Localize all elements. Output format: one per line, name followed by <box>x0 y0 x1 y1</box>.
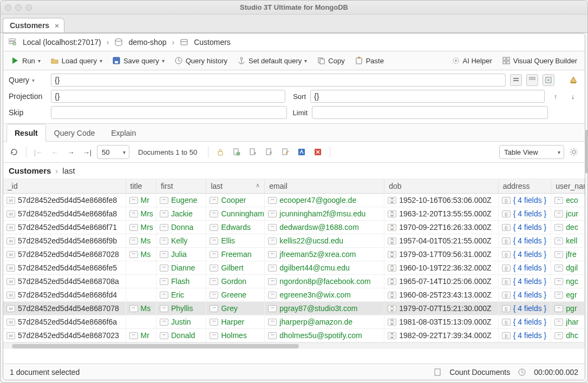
table-row[interactable]: id57d28452ed5d4d54e8686f9b""Ms""Kelly""E… <box>3 234 585 248</box>
table-row[interactable]: id57d28452ed5d4d54e8687078""Ms""Phyllis"… <box>3 302 585 315</box>
svg-rect-20 <box>507 61 509 64</box>
svg-rect-30 <box>250 149 254 155</box>
svg-rect-14 <box>358 57 360 58</box>
col-id[interactable]: _id <box>3 179 126 194</box>
update-doc-button[interactable] <box>295 146 308 159</box>
col-user[interactable]: user_nan <box>551 179 585 194</box>
table-row[interactable]: id57d28452ed5d4d54e8686f71""Mrs""Donna""… <box>3 221 585 234</box>
query-label[interactable]: Query ▾ <box>9 76 47 84</box>
table-row[interactable]: id57d28452ed5d4d54e8687028""Ms""Julia""F… <box>3 248 585 261</box>
table-row[interactable]: id57d28452ed5d4d54e8686fd4""Eric""Greene… <box>3 288 585 302</box>
type-badge: id <box>6 319 15 326</box>
table-row[interactable]: id57d28452ed5d4d54e8686fe5""Dianne""Gilb… <box>3 261 585 275</box>
table-path: Customers › last <box>3 163 585 179</box>
visual-query-builder-button[interactable]: Visual Query Builder <box>499 55 580 67</box>
query-history-button[interactable]: Query history <box>171 55 231 67</box>
breadcrumb: Local (localhost:27017) › demo-shop › Cu… <box>3 34 585 51</box>
delete-doc-button[interactable] <box>311 146 324 159</box>
type-badge: "" <box>160 305 168 312</box>
view-mode-select[interactable]: Table View <box>499 145 564 159</box>
breadcrumb-host[interactable]: Local (localhost:27017) <box>23 38 101 47</box>
tab-explain[interactable]: Explain <box>103 124 144 141</box>
svg-rect-36 <box>435 369 440 375</box>
svg-rect-12 <box>320 59 324 64</box>
edit-doc-button[interactable] <box>279 146 292 159</box>
server-icon <box>9 38 17 47</box>
type-badge: "" <box>160 319 168 326</box>
sort-asc-button[interactable]: ↑ <box>549 90 562 103</box>
caret-down-icon: ▾ <box>38 58 41 64</box>
first-page-button[interactable]: |← <box>32 146 45 159</box>
run-button[interactable]: Run▾ <box>8 55 44 67</box>
close-icon[interactable]: × <box>55 22 59 30</box>
projection-input[interactable] <box>51 90 285 103</box>
prev-page-button[interactable]: ← <box>48 146 61 159</box>
caret-down-icon: ▾ <box>304 58 307 64</box>
next-page-button[interactable]: → <box>64 146 77 159</box>
type-badge: id <box>6 251 15 258</box>
ai-helper-button[interactable]: AI Helper <box>448 55 495 67</box>
type-badge: "" <box>160 265 168 272</box>
table-row[interactable]: id57d28452ed5d4d54e8686fa8""Mrs""Jackie"… <box>3 207 585 221</box>
table-row[interactable]: id57d28452ed5d4d54e8686f6a""Justin""Harp… <box>3 315 585 329</box>
export-doc-button[interactable] <box>246 146 259 159</box>
col-first[interactable]: first <box>156 179 206 194</box>
set-default-query-button[interactable]: Set default query▾ <box>234 55 310 67</box>
tab-result[interactable]: Result <box>6 124 46 142</box>
breadcrumb-collection[interactable]: Customers <box>194 38 231 47</box>
limit-input[interactable] <box>312 106 548 119</box>
tab-customers[interactable]: Customers × <box>3 18 64 32</box>
type-badge: "" <box>268 197 277 204</box>
query-input[interactable] <box>51 74 506 87</box>
type-badge: ⌚ <box>388 251 396 258</box>
settings-button[interactable] <box>567 146 580 159</box>
col-last[interactable]: last∧ <box>206 179 265 194</box>
format-option-1-button[interactable] <box>510 74 522 86</box>
result-tabs: Result Query Code Explain <box>3 124 585 142</box>
table-row[interactable]: id57d28452ed5d4d54e8686fe8""Mr""Eugene""… <box>3 194 585 207</box>
copy-button[interactable]: Copy <box>313 55 348 67</box>
col-dob[interactable]: dob <box>384 179 499 194</box>
query-panel: Query ▾ Projection Sort ↑ ↓ Skip <box>3 70 585 124</box>
clear-query-button[interactable] <box>567 74 579 86</box>
table-row[interactable]: id57d28452ed5d4d54e8687023""Mr""Donald""… <box>3 329 585 342</box>
type-badge: ⌚ <box>388 210 396 217</box>
format-option-3-button[interactable] <box>543 74 554 86</box>
skip-input[interactable] <box>51 106 287 119</box>
document-icon <box>433 368 442 377</box>
horizontal-scrollbar[interactable] <box>3 342 585 349</box>
caret-down-icon: ▾ <box>32 77 35 83</box>
svg-rect-13 <box>356 58 362 64</box>
refresh-button[interactable] <box>8 146 21 159</box>
type-badge: ⌚ <box>388 332 396 339</box>
col-email[interactable]: email <box>265 179 384 194</box>
col-address[interactable]: address <box>498 179 551 194</box>
import-doc-button[interactable] <box>263 146 276 159</box>
table-row[interactable]: id57d28452ed5d4d54e868708a""Flash""Gordo… <box>3 275 585 288</box>
vertical-scrollbar[interactable] <box>585 130 588 173</box>
type-badge: ⌚ <box>388 237 396 245</box>
sort-input[interactable] <box>310 90 545 103</box>
projection-label: Projection <box>9 92 47 101</box>
count-documents-button[interactable]: Count Documents <box>449 368 510 377</box>
sort-desc-button[interactable]: ↓ <box>566 90 579 103</box>
svg-rect-27 <box>218 151 223 155</box>
type-badge: {} <box>502 305 511 312</box>
load-query-button[interactable]: Load query▾ <box>47 55 106 67</box>
tab-query-code[interactable]: Query Code <box>46 124 103 141</box>
col-title[interactable]: title <box>126 179 156 194</box>
tab-label: Customers <box>10 21 49 30</box>
type-badge: "" <box>129 210 138 217</box>
breadcrumb-db[interactable]: demo-shop <box>128 38 166 47</box>
save-query-button[interactable]: Save query▾ <box>109 55 168 67</box>
add-doc-button[interactable] <box>230 146 243 159</box>
caret-down-icon: ▾ <box>100 58 102 64</box>
format-option-2-button[interactable] <box>526 74 538 86</box>
paste-button[interactable]: Paste <box>351 55 387 67</box>
table-path-root[interactable]: Customers <box>9 166 51 175</box>
page-size-select[interactable]: 50 <box>97 145 129 159</box>
last-page-button[interactable]: →| <box>81 146 94 159</box>
document-range: Documents 1 to 50 <box>133 148 202 156</box>
lock-button[interactable] <box>214 146 227 159</box>
table-path-leaf[interactable]: last <box>62 166 75 175</box>
